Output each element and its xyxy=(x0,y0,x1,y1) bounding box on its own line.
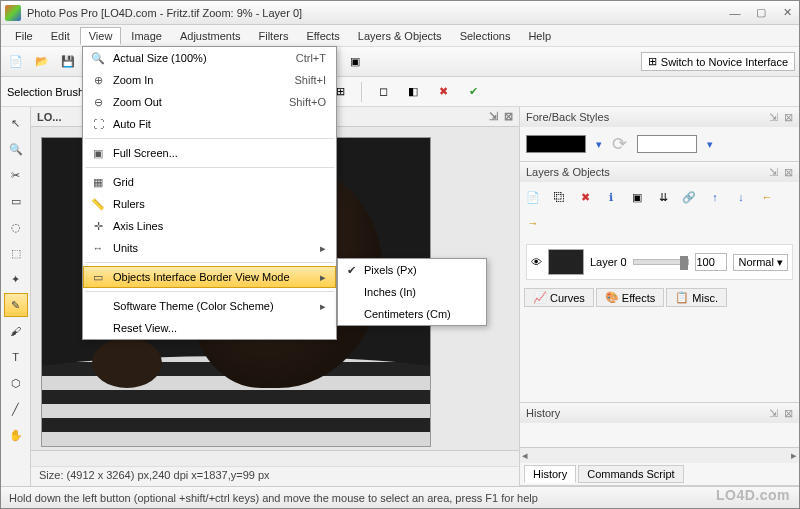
open-button[interactable]: 📂 xyxy=(31,51,53,73)
zoom-in-icon: ⊕ xyxy=(89,72,107,88)
layer-del[interactable]: ✖ xyxy=(574,186,596,208)
menu-edit[interactable]: Edit xyxy=(43,28,78,44)
novice-toggle-button[interactable]: ⊞ Switch to Novice Interface xyxy=(641,52,795,71)
menu-border-view-mode[interactable]: ▭Objects Interface Border View Mode▸ xyxy=(83,266,336,288)
history-subtabs: History Commands Script xyxy=(520,463,799,485)
sel-action-1[interactable]: ◻ xyxy=(372,81,394,103)
menu-software-theme[interactable]: Software Theme (Color Scheme)▸ xyxy=(83,295,336,317)
layer-subtabs: 📈 Curves 🎨 Effects 📋 Misc. xyxy=(520,286,799,309)
menu-rulers[interactable]: 📏Rulers xyxy=(83,193,336,215)
menu-help[interactable]: Help xyxy=(520,28,559,44)
panel-collapse-icon[interactable]: ⇲ xyxy=(769,111,778,124)
hand-tool[interactable]: ✋ xyxy=(4,423,28,447)
brush-tool[interactable]: 🖌 xyxy=(4,319,28,343)
tab-misc[interactable]: 📋 Misc. xyxy=(666,288,727,307)
doc-close-icon[interactable]: ⊠ xyxy=(504,110,513,123)
back-swatch[interactable] xyxy=(637,135,697,153)
menu-units-inches[interactable]: Inches (In) xyxy=(338,281,486,303)
close-button[interactable]: ✕ xyxy=(779,6,795,20)
layer-dup[interactable]: ⿻ xyxy=(548,186,570,208)
sel-apply[interactable]: ✔ xyxy=(462,81,484,103)
units-icon: ↔ xyxy=(89,240,107,256)
history-panel-header[interactable]: History ⇲⊠ xyxy=(520,403,799,423)
select-tool[interactable]: ⬚ xyxy=(4,241,28,265)
zoom-out-icon: ⊖ xyxy=(89,94,107,110)
menu-view[interactable]: View xyxy=(80,27,122,45)
fore-swatch[interactable] xyxy=(526,135,586,153)
layer-link[interactable]: 🔗 xyxy=(678,186,700,208)
crop-tool[interactable]: ✂ xyxy=(4,163,28,187)
rect-tool[interactable]: ▭ xyxy=(4,189,28,213)
menu-auto-fit[interactable]: ⛶Auto Fit xyxy=(83,113,336,135)
side-panels: Fore/Back Styles ⇲⊠ ▾ ⟳ ▾ Layers & Objec… xyxy=(519,107,799,486)
layer-new[interactable]: 📄 xyxy=(522,186,544,208)
status-help-text: Hold down the left button (optional +shi… xyxy=(9,492,538,504)
layers-toolbar: 📄 ⿻ ✖ ℹ ▣ ⇊ 🔗 ↑ ↓ ← → xyxy=(520,182,799,238)
fullscreen-icon: ▣ xyxy=(89,145,107,161)
new-button[interactable]: 📄 xyxy=(5,51,27,73)
text-tool[interactable]: T xyxy=(4,345,28,369)
opacity-slider[interactable] xyxy=(633,259,690,265)
menu-grid[interactable]: ▦Grid xyxy=(83,171,336,193)
tab-commands-script[interactable]: Commands Script xyxy=(578,465,683,483)
menu-selections[interactable]: Selections xyxy=(452,28,519,44)
history-scrollbar[interactable]: ◂▸ xyxy=(520,447,799,463)
menu-units-centimeters[interactable]: Centimeters (Cm) xyxy=(338,303,486,325)
panel-collapse-icon[interactable]: ⇲ xyxy=(769,407,778,420)
menu-units-pixels[interactable]: ✔Pixels (Px) xyxy=(338,259,486,281)
layer-row[interactable]: 👁 Layer 0 Normal ▾ xyxy=(526,244,793,280)
layers-panel-header[interactable]: Layers & Objects ⇲⊠ xyxy=(520,162,799,182)
tab-history[interactable]: History xyxy=(524,465,576,483)
eyedropper-tool[interactable]: ✎ xyxy=(4,293,28,317)
menu-axis-lines[interactable]: ✛Axis Lines xyxy=(83,215,336,237)
menu-image[interactable]: Image xyxy=(123,28,170,44)
move-tool[interactable]: ↖ xyxy=(4,111,28,135)
panel-collapse-icon[interactable]: ⇲ xyxy=(769,166,778,179)
menu-full-screen[interactable]: ▣Full Screen... xyxy=(83,142,336,164)
visibility-icon[interactable]: 👁 xyxy=(531,256,542,268)
layer-merge[interactable]: ⇊ xyxy=(652,186,674,208)
panel-close-icon[interactable]: ⊠ xyxy=(784,166,793,179)
menu-adjustments[interactable]: Adjustments xyxy=(172,28,249,44)
menu-effects[interactable]: Effects xyxy=(298,28,347,44)
layer-mask[interactable]: ▣ xyxy=(626,186,648,208)
app-icon xyxy=(5,5,21,21)
maximize-button[interactable]: ▢ xyxy=(753,6,769,20)
tab-effects[interactable]: 🎨 Effects xyxy=(596,288,664,307)
menu-file[interactable]: File xyxy=(7,28,41,44)
layer-left[interactable]: ← xyxy=(756,186,778,208)
foreback-panel-header[interactable]: Fore/Back Styles ⇲⊠ xyxy=(520,107,799,127)
menu-filters[interactable]: Filters xyxy=(250,28,296,44)
zoom-tool[interactable]: 🔍 xyxy=(4,137,28,161)
doc-pin-icon[interactable]: ⇲ xyxy=(489,110,498,123)
horizontal-scrollbar[interactable] xyxy=(31,450,519,466)
fit-icon: ⛶ xyxy=(89,116,107,132)
save-button[interactable]: 💾 xyxy=(57,51,79,73)
opacity-input[interactable] xyxy=(695,253,727,271)
shape-tool[interactable]: ⬡ xyxy=(4,371,28,395)
menu-zoom-in[interactable]: ⊕Zoom InShift+I xyxy=(83,69,336,91)
panel-close-icon[interactable]: ⊠ xyxy=(784,111,793,124)
layer-right[interactable]: → xyxy=(522,212,544,234)
lasso-tool[interactable]: ◌ xyxy=(4,215,28,239)
swap-icon[interactable]: ⟳ xyxy=(612,133,627,155)
line-tool[interactable]: ╱ xyxy=(4,397,28,421)
frame-icon[interactable]: ▣ xyxy=(344,51,366,73)
canvas-status: Size: (4912 x 3264) px,240 dpi x=1837,y=… xyxy=(31,466,519,486)
layer-down[interactable]: ↓ xyxy=(730,186,752,208)
menu-reset-view[interactable]: Reset View... xyxy=(83,317,336,339)
sel-clear[interactable]: ✖ xyxy=(432,81,454,103)
submenu-arrow-icon: ▸ xyxy=(320,300,326,313)
tab-curves[interactable]: 📈 Curves xyxy=(524,288,594,307)
minimize-button[interactable]: — xyxy=(727,6,743,20)
layer-up[interactable]: ↑ xyxy=(704,186,726,208)
menu-layers[interactable]: Layers & Objects xyxy=(350,28,450,44)
sel-action-2[interactable]: ◧ xyxy=(402,81,424,103)
menu-zoom-out[interactable]: ⊖Zoom OutShift+O xyxy=(83,91,336,113)
blend-mode-select[interactable]: Normal ▾ xyxy=(733,254,788,271)
wand-tool[interactable]: ✦ xyxy=(4,267,28,291)
panel-close-icon[interactable]: ⊠ xyxy=(784,407,793,420)
menu-units[interactable]: ↔Units▸ xyxy=(83,237,336,259)
menu-actual-size[interactable]: 🔍Actual Size (100%)Ctrl+T xyxy=(83,47,336,69)
layer-info[interactable]: ℹ xyxy=(600,186,622,208)
